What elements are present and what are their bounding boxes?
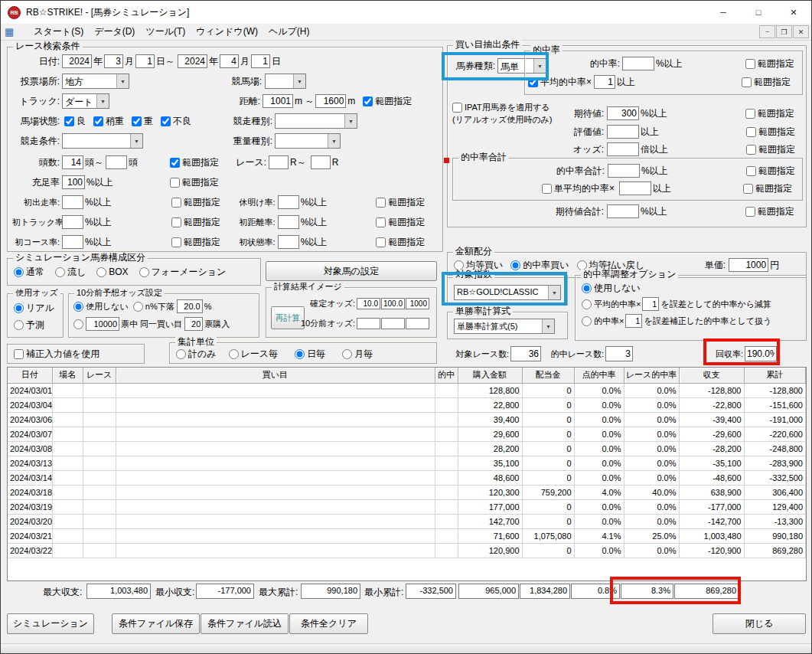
column-header[interactable]: 的中 [435, 368, 458, 383]
going-heavy-checkbox[interactable]: 重 [132, 115, 153, 128]
expect-sum-input[interactable] [607, 204, 639, 218]
first-run-input[interactable] [62, 195, 83, 209]
menu-start[interactable]: スタート(S) [28, 23, 89, 41]
first-going-input[interactable] [278, 235, 299, 249]
table-row[interactable]: 2024/03/20142,70000.0%0.0%-142,700-13,30… [8, 514, 806, 528]
fixed-odds-input-3[interactable] [406, 298, 429, 309]
range-checkbox[interactable]: 範囲指定 [746, 165, 795, 178]
correction-checkbox[interactable]: 補正入力値を使用 [14, 348, 99, 361]
date-to-year-input[interactable] [178, 54, 207, 68]
table-row[interactable]: 2024/03/18120,300759,2004.0%40.0%638,900… [8, 485, 806, 499]
hit-races-input[interactable] [605, 346, 633, 361]
target-races-input[interactable] [510, 346, 541, 361]
mdi-close-button[interactable]: ✕ [793, 25, 809, 38]
expect-input[interactable] [607, 106, 639, 120]
maximize-button[interactable]: □ [741, 1, 776, 24]
unit-price-input[interactable] [729, 258, 768, 272]
recovery-rate-input[interactable] [745, 346, 777, 361]
hit-adjust-rate-input[interactable] [625, 314, 642, 328]
pre-odds-input-1[interactable] [357, 318, 380, 329]
weight-type-select[interactable]: ▼ [275, 133, 341, 149]
range-checkbox[interactable]: 範囲指定 [745, 107, 794, 120]
date-from-month-input[interactable] [104, 54, 123, 68]
hit-adjust-rate-radio[interactable]: 的中率× [582, 316, 624, 327]
hit-rate-sum-input[interactable] [608, 164, 640, 178]
fill-rate-input[interactable] [62, 175, 85, 189]
single-avg-hit-input[interactable] [619, 181, 651, 195]
target-index-select[interactable]: RB☆GOLD!CLASSIC ▼ [454, 285, 561, 300]
range-checkbox[interactable]: 範囲指定 [363, 95, 412, 108]
clear-condition-button[interactable]: 条件全クリア [289, 613, 368, 634]
column-header[interactable]: 点的中率 [574, 368, 624, 383]
menu-window[interactable]: ウィンドウ(W) [191, 23, 263, 41]
table-row[interactable]: 2024/03/01128,80000.0%0.0%-128,800-128,8… [8, 383, 806, 397]
place-select[interactable]: 地方 ▼ [62, 74, 129, 89]
range-checkbox[interactable]: 範囲指定 [746, 143, 795, 156]
column-header[interactable]: 累計 [744, 368, 806, 383]
menu-tool[interactable]: ツール(T) [140, 23, 191, 41]
range-checkbox[interactable]: 範囲指定 [376, 236, 425, 249]
column-header[interactable]: 購入金額 [458, 368, 522, 383]
range-checkbox[interactable]: 範囲指定 [376, 216, 425, 229]
agg-per-race-radio[interactable]: レース毎 [229, 348, 279, 361]
table-row[interactable]: 2024/03/0828,20000.0%0.0%-28,200-248,800 [8, 441, 806, 456]
range-checkbox[interactable]: 範囲指定 [170, 156, 219, 169]
single-avg-hit-checkbox[interactable]: 単平均的中率× [542, 182, 615, 195]
first-course-input[interactable] [62, 235, 83, 249]
first-track-input[interactable] [62, 215, 83, 229]
column-header[interactable]: レース的中率 [624, 368, 679, 383]
track-select[interactable]: ダート ▼ [62, 93, 109, 109]
pre10-votes-input[interactable] [86, 317, 119, 331]
results-table[interactable]: 日付場名レース買い目的中購入金額配当金点的中率レース的中率収支累計 2024/0… [7, 367, 807, 581]
sim-type-normal-radio[interactable]: 通常 [14, 266, 44, 279]
mdi-minimize-button[interactable]: － [759, 25, 775, 38]
column-header[interactable]: 収支 [679, 368, 744, 383]
race-no-from-input[interactable] [269, 155, 289, 169]
pre10-buy-input[interactable] [184, 317, 203, 331]
agg-daily-radio[interactable]: 日毎 [295, 348, 325, 361]
sim-type-formation-radio[interactable]: フォーメーション [139, 266, 227, 279]
sim-type-nagashi-radio[interactable]: 流し [55, 266, 86, 279]
mdi-restore-button[interactable]: ❐ [776, 25, 792, 38]
heads-to-input[interactable] [106, 155, 127, 169]
odds-real-radio[interactable]: リアル [14, 302, 54, 315]
date-to-month-input[interactable] [220, 54, 239, 68]
close-icon-button[interactable]: ✕ [776, 1, 811, 24]
menu-help[interactable]: ヘルプ(H) [263, 23, 315, 41]
eval-input[interactable] [607, 125, 639, 139]
hit-adjust-avg-input[interactable] [642, 297, 659, 311]
table-row[interactable]: 2024/03/0729,60000.0%0.0%-29,600-220,600 [8, 427, 806, 441]
course-select[interactable]: ▼ [265, 74, 306, 89]
range-checkbox[interactable]: 範囲指定 [171, 236, 220, 249]
range-checkbox[interactable]: 範囲指定 [746, 126, 795, 139]
table-row[interactable]: 2024/03/0422,80000.0%0.0%-22,800-151,600 [8, 397, 806, 412]
date-to-day-input[interactable] [251, 54, 270, 68]
hit-rate-input[interactable] [622, 57, 654, 70]
range-checkbox[interactable]: 範囲指定 [745, 57, 794, 70]
pre-odds-input-2[interactable] [381, 318, 405, 329]
menu-data[interactable]: データ(D) [89, 23, 140, 41]
pre10-drop-input[interactable] [177, 299, 203, 313]
table-row[interactable]: 2024/03/2171,6001,075,0804.1%25.0%1,003,… [8, 528, 806, 543]
race-no-to-input[interactable] [311, 155, 331, 169]
minimize-button[interactable]: ─ [706, 1, 741, 24]
hit-adjust-none-radio[interactable]: 使用しない [582, 282, 641, 295]
distance-from-input[interactable] [263, 94, 293, 108]
close-button[interactable]: 閉じる [713, 613, 806, 634]
simulate-button[interactable]: シミュレーション [7, 613, 94, 634]
menu-file[interactable] [18, 30, 28, 34]
money-hitrate-radio[interactable]: 的中率買い [510, 259, 569, 272]
heads-from-input[interactable] [62, 155, 83, 169]
range-checkbox[interactable]: 範囲指定 [743, 182, 792, 195]
going-bad-checkbox[interactable]: 不良 [161, 115, 191, 128]
range-checkbox[interactable]: 範囲指定 [742, 76, 791, 89]
pre-odds-input-3[interactable] [406, 318, 429, 329]
range-checkbox[interactable]: 範囲指定 [171, 196, 220, 209]
range-checkbox[interactable]: 範囲指定 [170, 176, 219, 189]
range-checkbox[interactable]: 範囲指定 [745, 205, 794, 218]
race-type-select[interactable]: ▼ [275, 113, 357, 129]
going-good-checkbox[interactable]: 良 [64, 115, 86, 128]
table-row[interactable]: 2024/03/1448,60000.0%0.0%-48,600-332,500 [8, 470, 806, 485]
pre10-votes-radio[interactable] [73, 319, 86, 329]
avg-hit-rate-checkbox[interactable]: 平均的中率× [528, 76, 592, 89]
